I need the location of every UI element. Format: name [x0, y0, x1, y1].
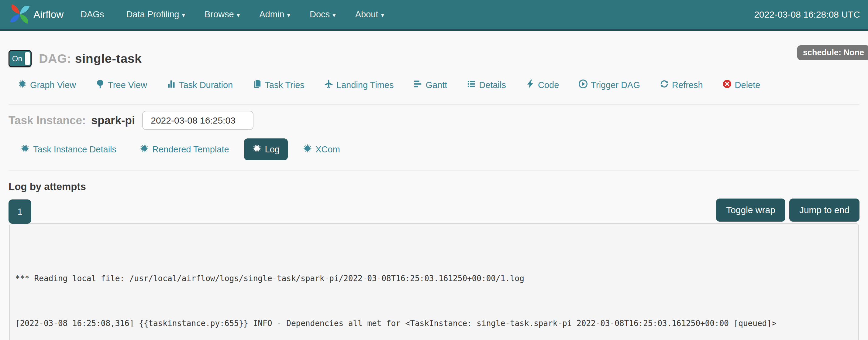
tab-label: Task Duration [179, 80, 233, 90]
tab-trigger-dag[interactable]: Trigger DAG [578, 79, 640, 91]
tab-refresh[interactable]: Refresh [659, 79, 703, 91]
nav-item-label: Data Profiling [126, 9, 179, 20]
bar-chart-icon [166, 79, 176, 91]
chevron-down-icon: ▾ [381, 11, 384, 18]
tab-details[interactable]: Details [467, 79, 506, 91]
tab-label: Graph View [30, 80, 76, 90]
starburst-icon [140, 144, 149, 155]
tab-label: Landing Times [336, 80, 394, 90]
task-instance-header: Task Instance: spark-pi [8, 111, 860, 130]
chevron-down-icon: ▾ [182, 11, 185, 18]
tab-label: Trigger DAG [591, 80, 640, 90]
starburst-icon [20, 144, 30, 155]
log-output: *** Reading local file: /usr/local/airfl… [9, 223, 859, 340]
log-buttons: Toggle wrap Jump to end [716, 199, 860, 223]
nav-item-about[interactable]: About ▾ [355, 9, 384, 20]
toggle-knob [25, 52, 30, 65]
tab-label: Task Tries [265, 80, 305, 90]
dag-header: On DAG: single-task schedule: None [8, 50, 860, 67]
tab-landing-times[interactable]: Landing Times [324, 79, 394, 91]
tab-task-tries[interactable]: Task Tries [252, 79, 305, 91]
nav-item-label: Browse [205, 9, 234, 20]
jump-to-end-button[interactable]: Jump to end [789, 199, 860, 222]
top-navbar: Airflow DAGs Data Profiling ▾ Browse ▾ A… [0, 0, 868, 31]
toggle-on-label: On [9, 54, 25, 63]
nav-item-admin[interactable]: Admin ▾ [259, 9, 290, 20]
tree-icon [95, 79, 105, 91]
starburst-icon [18, 79, 27, 91]
starburst-icon [303, 144, 312, 155]
dag-view-tabs: Graph View Tree View Task Duration Task … [18, 79, 860, 91]
play-circle-icon [578, 79, 588, 91]
tab-graph-view[interactable]: Graph View [18, 79, 76, 91]
nav-item-label: Docs [310, 9, 330, 20]
ti-button-label: Rendered Template [152, 144, 229, 155]
tab-code[interactable]: Code [525, 79, 559, 91]
nav-item-label: Admin [259, 9, 284, 20]
airflow-pinwheel-icon [8, 2, 32, 27]
schedule-badge: schedule: None [797, 45, 868, 60]
brand-name: Airflow [33, 9, 64, 20]
task-name: spark-pi [91, 114, 135, 127]
ti-button-label: XCom [315, 144, 340, 155]
tab-label: Refresh [672, 80, 703, 90]
tab-label: Details [479, 80, 506, 90]
plane-icon [324, 79, 333, 91]
attempt-1-tab[interactable]: 1 [8, 199, 31, 224]
nav-item-data-profiling[interactable]: Data Profiling ▾ [126, 9, 185, 20]
navbar-menu: DAGs Data Profiling ▾ Browse ▾ Admin ▾ D… [81, 9, 384, 20]
log-by-attempts-heading: Log by attempts [8, 181, 860, 193]
bolt-icon [525, 79, 535, 91]
ti-button-label: Task Instance Details [33, 144, 116, 155]
button-rendered-template[interactable]: Rendered Template [131, 138, 237, 160]
copy-icon [252, 79, 262, 91]
section-divider [8, 170, 860, 171]
tab-label: Code [538, 80, 559, 90]
button-task-instance-details[interactable]: Task Instance Details [12, 138, 125, 160]
nav-item-label: About [355, 9, 378, 20]
starburst-icon [252, 144, 262, 155]
task-instance-buttons: Task Instance Details Rendered Template … [12, 138, 860, 160]
tab-label: Gantt [426, 80, 447, 90]
airflow-brand-link[interactable]: Airflow [8, 2, 64, 27]
utc-clock: 2022-03-08 16:28:08 UTC [754, 9, 860, 20]
log-line: [2022-03-08 16:25:08,316] {{taskinstance… [15, 318, 853, 329]
log-line: *** Reading local file: /usr/local/airfl… [15, 273, 853, 284]
page-title: DAG: single-task [39, 52, 142, 66]
tab-gantt[interactable]: Gantt [413, 79, 447, 91]
button-xcom[interactable]: XCom [294, 138, 348, 160]
nav-item-dags[interactable]: DAGs [81, 9, 107, 20]
button-log[interactable]: Log [244, 138, 288, 160]
section-divider [8, 104, 860, 105]
tab-label: Delete [735, 80, 761, 90]
ti-button-label: Log [265, 144, 280, 155]
chevron-down-icon: ▾ [237, 11, 240, 18]
tab-task-duration[interactable]: Task Duration [166, 79, 233, 91]
gantt-bars-icon [413, 79, 423, 91]
tab-tree-view[interactable]: Tree View [95, 79, 147, 91]
chevron-down-icon: ▾ [287, 11, 290, 18]
nav-item-label: DAGs [81, 9, 104, 20]
toggle-wrap-button[interactable]: Toggle wrap [716, 199, 785, 222]
tab-delete[interactable]: Delete [722, 79, 761, 91]
chevron-down-icon: ▾ [333, 11, 336, 18]
dag-name: single-task [75, 52, 142, 66]
nav-item-docs[interactable]: Docs ▾ [310, 9, 336, 20]
dag-pause-toggle[interactable]: On [8, 50, 32, 67]
nav-item-browse[interactable]: Browse ▾ [205, 9, 240, 20]
execution-date-input[interactable] [142, 111, 253, 130]
list-icon [467, 79, 476, 91]
refresh-icon [659, 79, 669, 91]
task-instance-label: Task Instance: [8, 114, 86, 127]
dag-prefix: DAG: [39, 52, 71, 66]
delete-circle-icon [722, 79, 732, 91]
tab-label: Tree View [108, 80, 147, 90]
log-controls: 1 Toggle wrap Jump to end [8, 199, 860, 223]
